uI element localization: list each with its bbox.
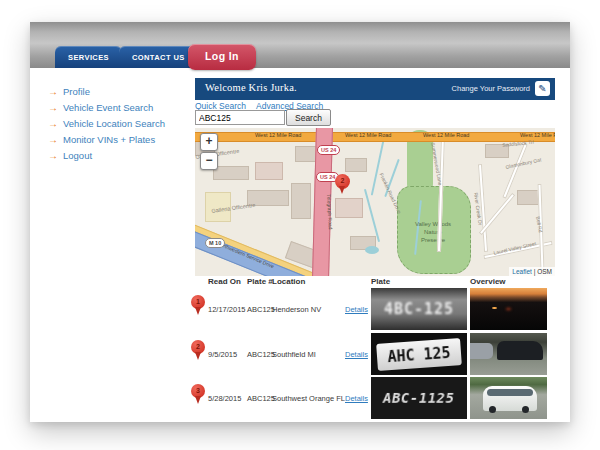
map-label-road: West 12 Mile Road <box>255 132 301 138</box>
map-label-park-line: Preserve <box>397 236 469 244</box>
change-password-link[interactable]: Change Your Password ✎ <box>452 81 550 96</box>
table-row: 1 12/17/2015 ABC125 Henderson NV Details… <box>195 288 557 332</box>
row-marker-number: 2 <box>191 343 205 350</box>
plate-photo-text: ABC-1125 <box>382 390 456 406</box>
silver-car <box>470 343 493 359</box>
map-building <box>213 166 249 180</box>
map-building <box>345 158 367 172</box>
sidebar-item-monitor-vins-plates[interactable]: → Monitor VINs + Plates <box>48 134 198 145</box>
map-building <box>335 198 363 218</box>
map-label-glastonbury: Glastonbury Gat <box>505 156 542 169</box>
map-attribution: Leaflet | OSM <box>509 267 555 276</box>
arrow-icon: → <box>48 135 58 145</box>
m10-shield: M 10 <box>205 238 225 248</box>
van-wheel <box>489 406 496 413</box>
tab-contact-us[interactable]: CONTACT US <box>119 46 198 68</box>
column-header-overview: Overview <box>470 277 506 286</box>
plate-photo-plate: AHC 125 <box>376 338 462 371</box>
sidebar-item-vehicle-event-search[interactable]: → Vehicle Event Search <box>48 102 198 113</box>
sidebar-item-label: Logout <box>63 150 92 161</box>
location-cell: Henderson NV <box>272 305 321 314</box>
map-building <box>291 183 311 219</box>
map-label-park-line: Valley Woods <box>397 220 469 228</box>
leaflet-attribution-link[interactable]: Leaflet <box>512 268 532 275</box>
welcome-bar: Welcome Kris Jurka. Change Your Password… <box>195 78 555 100</box>
map-zoom-in-button[interactable]: + <box>200 133 218 151</box>
map-stream <box>371 136 385 195</box>
osm-attribution: OSM <box>537 268 552 275</box>
top-navigation-bar: SERVICES CONTACT US Log In <box>30 22 570 68</box>
row-marker-number: 1 <box>191 298 205 305</box>
map-stream <box>364 189 380 243</box>
plate-photo-text: AHC 125 <box>387 343 451 365</box>
map-pond <box>365 246 379 254</box>
results-table: Read On Plate # Location Plate Overview … <box>195 276 557 422</box>
map-label-park: Valley Woods Nature Preserve <box>397 220 469 244</box>
overview-photo-sunset <box>470 288 547 330</box>
map-label-park-line: Nature <box>397 228 469 236</box>
details-link[interactable]: Details <box>345 350 368 359</box>
row-marker-pin: 1 <box>191 295 205 309</box>
headlight-glow <box>492 307 497 309</box>
map-marker-pin[interactable]: 2 <box>335 174 350 189</box>
sidebar-item-label: Vehicle Event Search <box>63 102 153 113</box>
read-on-cell: 5/28/2015 <box>208 394 241 403</box>
plate-cell: ABC125 <box>247 394 275 403</box>
page-card: SERVICES CONTACT US Log In → Profile → V… <box>30 22 570 422</box>
row-marker-pin: 3 <box>191 384 205 398</box>
details-link[interactable]: Details <box>345 394 368 403</box>
sidebar-item-label: Vehicle Location Search <box>63 118 165 129</box>
overview-photo-parking-lot <box>470 333 547 375</box>
map-building <box>255 162 283 180</box>
login-button[interactable]: Log In <box>188 44 256 70</box>
table-row: 2 9/5/2015 ABC125 Southfield MI Details … <box>195 333 557 377</box>
map-marker-number: 2 <box>335 177 350 184</box>
row-marker-pin: 2 <box>191 340 205 354</box>
us24-shield: US 24 <box>317 145 340 155</box>
map-label-telegraph: Telegraph Road <box>326 194 334 230</box>
tab-services[interactable]: SERVICES <box>55 46 122 68</box>
white-van <box>483 386 537 411</box>
map[interactable]: Valley Woods Nature Preserve West 12 Mil… <box>195 128 555 276</box>
search-input[interactable] <box>195 110 285 125</box>
overview-photo-white-van <box>470 377 547 419</box>
dark-car <box>497 341 543 360</box>
plate-photo: AHC 125 <box>371 333 467 375</box>
read-on-cell: 9/5/2015 <box>208 350 237 359</box>
arrow-icon: → <box>48 151 58 161</box>
van-windows <box>487 389 533 396</box>
map-label-road: West 12 Mile Road <box>423 132 469 138</box>
map-label-road: West 12 Mile Road <box>520 132 555 138</box>
read-on-cell: 12/17/2015 <box>208 305 246 314</box>
details-link[interactable]: Details <box>345 305 368 314</box>
map-zoom-out-button[interactable]: − <box>200 152 218 170</box>
sidebar-item-label: Monitor VINs + Plates <box>63 134 155 145</box>
plate-photo: 4BC-125 <box>371 288 467 330</box>
column-header-plate-image: Plate <box>371 277 390 286</box>
sidebar-item-vehicle-location-search[interactable]: → Vehicle Location Search <box>48 118 198 129</box>
edit-pencil-icon[interactable]: ✎ <box>535 81 550 96</box>
location-cell: Southfield MI <box>272 350 316 359</box>
column-header-location: Location <box>272 277 305 286</box>
plate-cell: ABC125 <box>247 350 275 359</box>
sidebar-item-profile[interactable]: → Profile <box>48 86 198 97</box>
plate-cell: ABC125 <box>247 305 275 314</box>
arrow-icon: → <box>48 119 58 129</box>
plate-photo: ABC-1125 <box>371 377 467 419</box>
sidebar-item-label: Profile <box>63 86 90 97</box>
van-wheel <box>522 406 529 413</box>
location-cell: Southwest Orange FL <box>272 394 345 403</box>
column-header-read-on: Read On <box>208 277 241 286</box>
table-row: 3 5/28/2015 ABC125 Southwest Orange FL D… <box>195 377 557 421</box>
sidebar-nav: → Profile → Vehicle Event Search → Vehic… <box>48 86 198 166</box>
welcome-message: Welcome Kris Jurka. <box>205 82 297 93</box>
change-password-label: Change Your Password <box>452 84 530 93</box>
arrow-icon: → <box>48 87 58 97</box>
arrow-icon: → <box>48 103 58 113</box>
search-button[interactable]: Search <box>286 109 331 126</box>
row-marker-number: 3 <box>191 387 205 394</box>
plate-photo-text: 4BC-125 <box>384 300 454 318</box>
map-label-road: West 12 Mile Road <box>345 132 391 138</box>
column-header-plate-no: Plate # <box>247 277 273 286</box>
sidebar-item-logout[interactable]: → Logout <box>48 150 198 161</box>
